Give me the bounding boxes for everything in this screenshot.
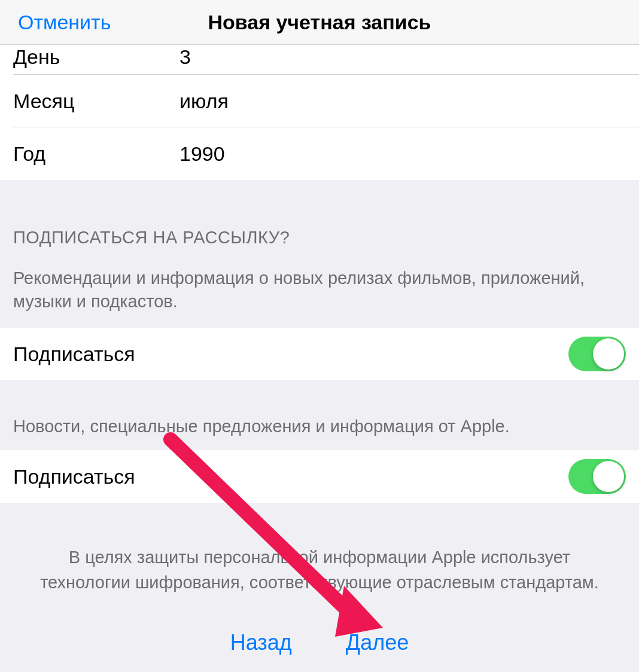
subscribe-desc-1: Рекомендации и информация о новых релиза…: [13, 267, 626, 320]
navigation-bar: Отменить Новая учетная запись: [0, 0, 639, 45]
back-button[interactable]: Назад: [230, 630, 292, 655]
day-label: День: [13, 45, 179, 69]
subscribe-desc-2: Новости, специальные предложения и инфор…: [13, 415, 626, 438]
month-row[interactable]: Месяц июля: [0, 75, 639, 127]
privacy-text: В целях защиты персональной информации A…: [36, 545, 603, 595]
year-value: 1990: [179, 142, 225, 166]
subscribe-toggle-row-1: Подписаться: [0, 328, 639, 380]
subscribe-desc-2-wrap: Новости, специальные предложения и инфор…: [0, 380, 639, 450]
switch-knob: [593, 461, 624, 492]
day-row[interactable]: День 3: [0, 45, 639, 75]
subscribe-header-title: ПОДПИСАТЬСЯ НА РАССЫЛКУ?: [13, 228, 626, 248]
date-of-birth-group: День 3 Месяц июля Год 1990: [0, 45, 639, 180]
next-button[interactable]: Далее: [346, 630, 409, 655]
subscribe-toggle-1[interactable]: [568, 337, 626, 371]
cancel-button[interactable]: Отменить: [18, 11, 111, 34]
year-row[interactable]: Год 1990: [0, 127, 639, 180]
subscribe-section-header: ПОДПИСАТЬСЯ НА РАССЫЛКУ? Рекомендации и …: [0, 180, 639, 328]
page-title: Новая учетная запись: [208, 11, 431, 34]
subscribe-toggle-2[interactable]: [568, 459, 626, 494]
switch-knob: [593, 338, 624, 369]
subscribe-toggle-1-label: Подписаться: [13, 343, 135, 366]
subscribe-toggle-2-label: Подписаться: [13, 465, 135, 488]
bottom-button-bar: Назад Далее: [0, 630, 639, 655]
year-label: Год: [13, 142, 179, 166]
day-value: 3: [179, 45, 191, 69]
subscribe-toggle-row-2: Подписаться: [0, 450, 639, 503]
month-label: Месяц: [13, 90, 179, 113]
month-value: июля: [179, 90, 229, 113]
privacy-footer: В целях защиты персональной информации A…: [0, 503, 639, 595]
